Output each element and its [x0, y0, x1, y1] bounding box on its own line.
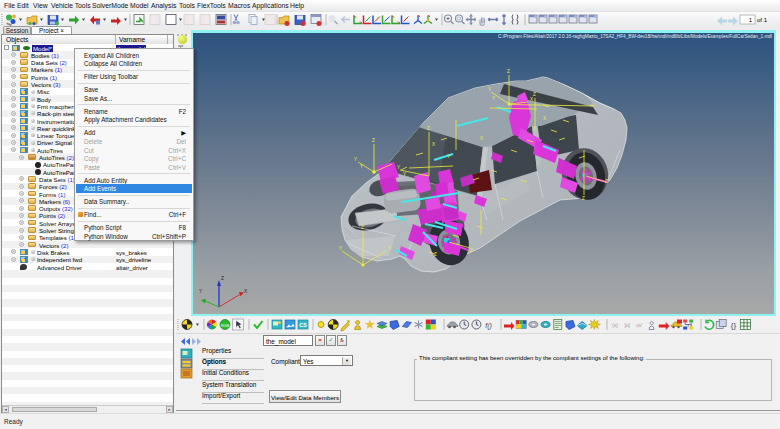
svg-text:[u]: [u] — [624, 322, 630, 328]
svg-text:Z: Z — [221, 276, 224, 281]
svg-text:X: X — [388, 246, 391, 251]
svg-text:X: X — [480, 136, 483, 141]
svg-text:of 1: of 1 — [757, 17, 768, 23]
svg-text:Y: Y — [403, 172, 406, 177]
svg-text:(x): (x) — [612, 322, 618, 328]
svg-text:Y: Y — [339, 246, 342, 251]
svg-text:Z: Z — [434, 252, 437, 257]
svg-text:X: X — [530, 97, 533, 102]
svg-text:X: X — [432, 142, 435, 147]
svg-text:Z: Z — [372, 138, 375, 143]
svg-text:Z: Z — [582, 196, 585, 201]
svg-text:Y: Y — [360, 164, 363, 169]
svg-text:{}: {} — [731, 321, 737, 330]
svg-text:Y: Y — [397, 165, 400, 170]
svg-text:Y: Y — [354, 157, 357, 162]
svg-text:Y: Y — [447, 154, 450, 159]
svg-text:Y: Y — [488, 87, 491, 92]
svg-text:C:/Program Files/Altair/2017 2: C:/Program Files/Altair/2017 2.0.16-ragh… — [498, 34, 772, 39]
svg-text:Z: Z — [470, 248, 473, 253]
svg-text:X: X — [543, 116, 546, 121]
svg-text:uv': uv' — [636, 322, 642, 328]
svg-text:Z: Z — [361, 225, 364, 230]
svg-text:Z: Z — [427, 126, 430, 131]
svg-text:CS: CS — [299, 322, 307, 328]
svg-text:Z: Z — [533, 92, 536, 97]
svg-text:Z: Z — [507, 69, 510, 74]
svg-text:f(): f() — [485, 322, 492, 330]
svg-text:RGB: RGB — [221, 323, 230, 328]
svg-text:Y: Y — [492, 96, 495, 101]
svg-text:Z: Z — [605, 179, 608, 184]
